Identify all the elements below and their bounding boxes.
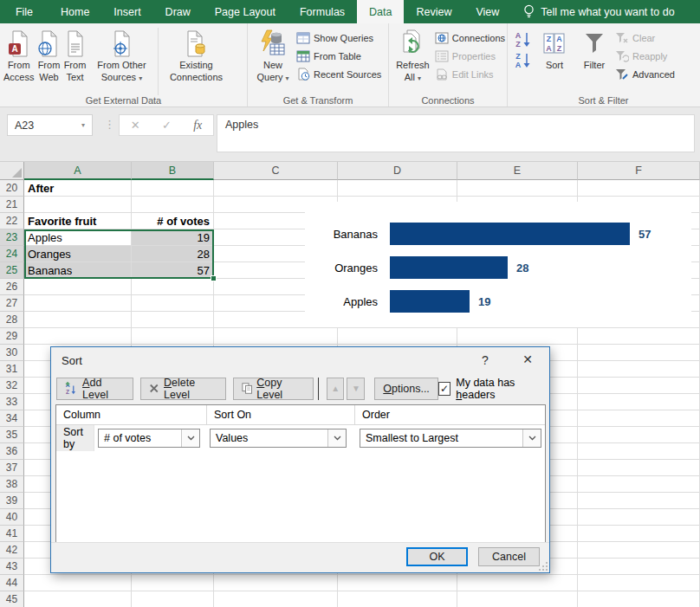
name-box[interactable]: A23 ▾ <box>7 114 93 136</box>
sort-ascending-button[interactable]: AZ <box>513 30 534 48</box>
row-header-44[interactable]: 44 <box>0 575 24 591</box>
from-table-button[interactable]: From Table <box>296 48 381 63</box>
cell-F30[interactable] <box>578 345 700 361</box>
cell-D20[interactable] <box>338 180 457 197</box>
cancel-entry-icon[interactable]: ✕ <box>131 119 140 132</box>
cell-B27[interactable] <box>132 295 214 312</box>
cell-F38[interactable] <box>578 476 700 493</box>
bar-oranges[interactable] <box>390 256 508 279</box>
cell-F43[interactable] <box>578 559 700 575</box>
cell-E20[interactable] <box>457 180 578 197</box>
tab-view[interactable]: View <box>463 0 511 23</box>
cell-A20[interactable]: After <box>24 180 132 197</box>
select-all-corner[interactable] <box>0 162 24 180</box>
row-header-25[interactable]: 25 <box>0 262 24 279</box>
cell-F42[interactable] <box>578 542 700 559</box>
enter-entry-icon[interactable]: ✓ <box>162 119 172 132</box>
existing-connections-button[interactable]: Existing Connections <box>161 26 230 86</box>
cell-F36[interactable] <box>578 443 700 460</box>
cell-F39[interactable] <box>578 493 700 509</box>
cell-B24[interactable]: 28 <box>132 246 214 262</box>
cell-B44[interactable] <box>132 575 214 591</box>
cell-B28[interactable] <box>132 312 214 328</box>
from-other-sources-button[interactable]: From Other Sources ▾ <box>88 26 155 86</box>
tab-home[interactable]: Home <box>49 0 101 23</box>
cell-B45[interactable] <box>132 591 214 607</box>
cell-A45[interactable] <box>24 591 132 607</box>
connections-button[interactable]: Connections <box>435 30 505 45</box>
cell-A25[interactable]: Bananas <box>24 262 132 279</box>
row-header-40[interactable]: 40 <box>0 509 24 526</box>
cell-C20[interactable] <box>214 180 338 197</box>
bar-chart[interactable]: Bananas57Oranges28Apples19 <box>305 202 691 327</box>
tab-review[interactable]: Review <box>404 0 463 23</box>
bar-apples[interactable] <box>390 290 470 313</box>
cell-A22[interactable]: Favorite fruit <box>24 213 132 229</box>
cell-A23[interactable]: Apples <box>24 229 132 246</box>
row-header-42[interactable]: 42 <box>0 542 24 559</box>
row-header-43[interactable]: 43 <box>0 559 24 575</box>
tab-insert[interactable]: Insert <box>101 0 152 23</box>
row-header-34[interactable]: 34 <box>0 410 24 427</box>
cell-A27[interactable] <box>24 295 132 312</box>
insert-function-icon[interactable]: fx <box>193 119 202 132</box>
row-header-32[interactable]: 32 <box>0 378 24 394</box>
cell-F35[interactable] <box>578 427 700 443</box>
cell-F33[interactable] <box>578 394 700 410</box>
show-queries-button[interactable]: Show Queries <box>296 30 381 45</box>
cell-F20[interactable] <box>578 180 700 197</box>
cell-A28[interactable] <box>24 312 132 328</box>
row-header-31[interactable]: 31 <box>0 361 24 378</box>
tab-formulas[interactable]: Formulas <box>288 0 357 23</box>
cell-A44[interactable] <box>24 575 132 591</box>
cell-B25[interactable]: 57 <box>132 262 214 279</box>
cell-C45[interactable] <box>214 591 338 607</box>
chevron-down-icon[interactable] <box>327 429 346 447</box>
recent-sources-button[interactable]: Recent Sources <box>296 67 381 81</box>
advanced-filter-button[interactable]: Advanced <box>615 67 675 81</box>
chevron-down-icon[interactable] <box>181 429 199 447</box>
cell-F44[interactable] <box>578 575 700 591</box>
row-header-24[interactable]: 24 <box>0 246 24 262</box>
row-header-41[interactable]: 41 <box>0 526 24 542</box>
tab-data[interactable]: Data <box>357 0 404 23</box>
cell-F37[interactable] <box>578 460 700 476</box>
cell-F31[interactable] <box>578 361 700 378</box>
row-header-27[interactable]: 27 <box>0 295 24 312</box>
sort-column-dropdown[interactable]: # of votes <box>98 429 200 448</box>
cell-B21[interactable] <box>132 197 214 213</box>
tab-page-layout[interactable]: Page Layout <box>203 0 288 23</box>
tab-draw[interactable]: Draw <box>153 0 203 23</box>
sort-button[interactable]: ZAAZ Sort <box>535 26 574 74</box>
cell-D29[interactable] <box>338 328 457 345</box>
cell-F32[interactable] <box>578 378 700 394</box>
column-header-B[interactable]: B <box>132 162 214 180</box>
new-query-button[interactable]: New Query ▾ <box>250 26 296 86</box>
cell-F45[interactable] <box>578 591 700 607</box>
column-header-D[interactable]: D <box>338 162 457 180</box>
cell-A24[interactable]: Oranges <box>24 246 132 262</box>
row-header-20[interactable]: 20 <box>0 180 24 197</box>
column-header-C[interactable]: C <box>214 162 338 180</box>
row-header-26[interactable]: 26 <box>0 279 24 295</box>
resize-grip[interactable] <box>539 562 548 571</box>
cell-C29[interactable] <box>214 328 338 345</box>
row-header-28[interactable]: 28 <box>0 312 24 328</box>
refresh-all-button[interactable]: Refresh All ▾ <box>391 26 435 86</box>
cell-F41[interactable] <box>578 526 700 542</box>
row-header-35[interactable]: 35 <box>0 427 24 443</box>
row-header-36[interactable]: 36 <box>0 443 24 460</box>
chevron-down-icon[interactable] <box>522 429 541 447</box>
cancel-button[interactable]: Cancel <box>478 547 540 566</box>
cell-E29[interactable] <box>457 328 578 345</box>
cell-F40[interactable] <box>578 509 700 526</box>
add-level-button[interactable]: AZ Add Level <box>56 378 133 400</box>
row-header-21[interactable]: 21 <box>0 197 24 213</box>
cell-A26[interactable] <box>24 279 132 295</box>
cell-B29[interactable] <box>132 328 214 345</box>
cell-A21[interactable] <box>24 197 132 213</box>
my-data-has-headers-checkbox[interactable]: ✓ My data has headers <box>438 377 546 401</box>
cell-C44[interactable] <box>214 575 338 591</box>
copy-level-button[interactable]: Copy Level <box>233 378 314 400</box>
checkbox-check-icon[interactable]: ✓ <box>438 382 450 396</box>
